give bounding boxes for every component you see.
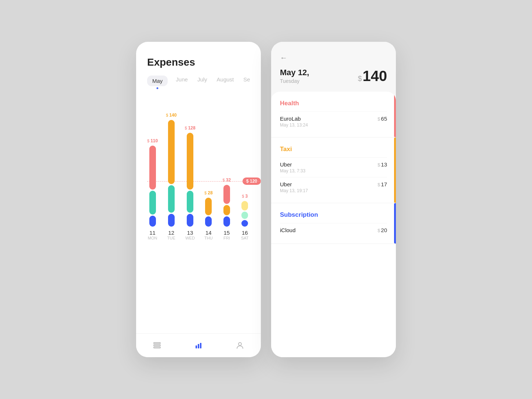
bar-seg-yellow-12 [168, 120, 175, 184]
tx-amount-icloud: $ 20 [378, 227, 387, 233]
category-bar-health [394, 92, 396, 137]
bar-seg-green-13 [187, 191, 193, 213]
tx-info-uber-2: Uber May 13, 19:17 [280, 181, 308, 193]
detail-card: ← May 12, Tuesday $ 140 Health Euro [271, 42, 396, 357]
date-amount-row: May 12, Tuesday $ 140 [280, 68, 387, 84]
tab-may[interactable]: May [147, 76, 168, 86]
date-info: May 12, Tuesday [280, 68, 309, 84]
svg-point-6 [238, 343, 241, 345]
bar-top-label-12: $ 140 [166, 113, 176, 118]
bar-top-label-13: $ 128 [185, 125, 195, 131]
svg-rect-0 [154, 343, 160, 344]
category-bar-taxi [394, 138, 396, 203]
tx-amount-uber-2: $ 17 [378, 181, 387, 187]
day-num-13: 13 [185, 230, 195, 236]
day-label-14: 14 THU [204, 230, 213, 240]
bar-seg-pink-11 [149, 146, 156, 190]
back-button[interactable]: ← [280, 54, 387, 62]
transaction-uber-2[interactable]: Uber May 13, 19:17 $ 17 [280, 177, 387, 197]
bar-seg-lightteal-16 [241, 212, 248, 219]
bar-col-14: $ 28 14 THU [204, 190, 214, 240]
date-sub: Tuesday [280, 78, 309, 84]
tx-info-uber-1: Uber May 13, 7:33 [280, 161, 305, 173]
transaction-uber-1[interactable]: Uber May 13, 7:33 $ 13 [280, 157, 387, 177]
day-label-11: 11 MON [148, 230, 157, 240]
bar-stack-16 [241, 201, 248, 227]
bar-seg-pink-15 [223, 185, 230, 204]
month-tabs: May June July August Se [147, 76, 250, 86]
bar-top-label-14: $ 28 [204, 190, 213, 195]
chart-nav-icon[interactable] [193, 340, 204, 351]
bar-stack-12 [168, 120, 175, 227]
day-label-12: 12 TUE [167, 230, 175, 240]
category-name-taxi: Taxi [280, 146, 387, 153]
bar-seg-lightyellow-16 [241, 201, 248, 211]
day-num-12: 12 [167, 230, 175, 236]
bar-col-15: $ 32 15 FRI [222, 177, 232, 240]
tab-june[interactable]: June [174, 76, 189, 86]
bar-stack-15 [223, 185, 230, 227]
tx-name-uber-2: Uber [280, 181, 308, 187]
bar-col-12: $ 140 12 TUE [166, 113, 176, 240]
transaction-icloud[interactable]: iCloud $ 20 [280, 223, 387, 238]
day-num-16: 16 [241, 230, 249, 236]
tx-name-eurolab: EuroLab [280, 116, 308, 122]
category-bar-subscription [394, 203, 396, 244]
bar-top-label-15: $ 32 [223, 177, 231, 183]
category-taxi: Taxi Uber May 13, 7:33 $ 13 Uber May 13,… [271, 138, 396, 203]
bar-stack-13 [187, 133, 193, 227]
tab-sep[interactable]: Se [242, 76, 251, 86]
transaction-eurolab[interactable]: EuroLab May 13, 13:24 $ 65 [280, 111, 387, 131]
day-name-16: SAT [241, 236, 249, 240]
bar-top-label-11: $ 110 [147, 138, 158, 143]
day-num-15: 15 [223, 230, 230, 236]
svg-rect-4 [198, 344, 199, 348]
day-label-15: 15 FRI [223, 230, 230, 240]
svg-rect-3 [196, 345, 197, 348]
day-num-11: 11 [148, 230, 157, 236]
bar-chart: $ 120 $ 110 11 [147, 97, 250, 259]
bottom-nav [136, 333, 261, 357]
bar-top-label-16: $ 3 [242, 194, 248, 199]
bar-seg-yellow-15 [223, 205, 230, 215]
tx-amount-eurolab: $ 65 [378, 116, 387, 122]
bar-seg-yellow-14 [205, 198, 212, 215]
list-nav-icon[interactable] [152, 340, 162, 351]
total-amount-num: 140 [362, 68, 387, 84]
bar-col-11: $ 110 11 MON [147, 138, 158, 240]
tx-date-eurolab: May 13, 13:24 [280, 122, 308, 128]
bar-seg-green-11 [149, 191, 156, 215]
category-health: Health EuroLab May 13, 13:24 $ 65 [271, 92, 396, 138]
day-num-14: 14 [204, 230, 213, 236]
bar-col-16: $ 3 16 SAT [240, 194, 250, 240]
bar-seg-blue-16 [241, 220, 248, 227]
bar-stack-14 [205, 198, 212, 227]
bars-group: $ 110 11 MON [147, 97, 250, 240]
bar-stack-11 [149, 146, 156, 227]
category-name-subscription: Subscription [280, 211, 387, 219]
profile-nav-icon[interactable] [235, 340, 245, 351]
date-main: May 12, [280, 68, 309, 77]
total-dollar-sign: $ [358, 74, 362, 83]
day-label-13: 13 WED [185, 230, 195, 240]
bar-col-13: $ 128 13 WED [185, 125, 195, 240]
detail-header: ← May 12, Tuesday $ 140 [271, 42, 396, 92]
day-name-13: WED [185, 236, 195, 240]
tx-amount-uber-1: $ 13 [378, 161, 387, 168]
tx-info-eurolab: EuroLab May 13, 13:24 [280, 116, 308, 128]
svg-rect-5 [200, 343, 201, 348]
tab-july[interactable]: July [196, 76, 209, 86]
bar-seg-blue-11 [149, 216, 156, 227]
day-name-15: FRI [223, 236, 230, 240]
detail-body: Health EuroLab May 13, 13:24 $ 65 Taxi [271, 92, 396, 357]
tx-info-icloud: iCloud [280, 227, 296, 234]
tab-august[interactable]: August [215, 76, 236, 86]
svg-rect-1 [154, 345, 160, 346]
category-name-health: Health [280, 100, 387, 107]
total-amount-display: $ 140 [358, 68, 387, 84]
tx-date-uber-2: May 13, 19:17 [280, 188, 308, 193]
bar-seg-green-12 [168, 185, 175, 213]
svg-rect-2 [154, 347, 160, 348]
bar-seg-blue-14 [205, 216, 212, 227]
app-container: Expenses May June July August Se $ 120 $… [121, 20, 411, 379]
